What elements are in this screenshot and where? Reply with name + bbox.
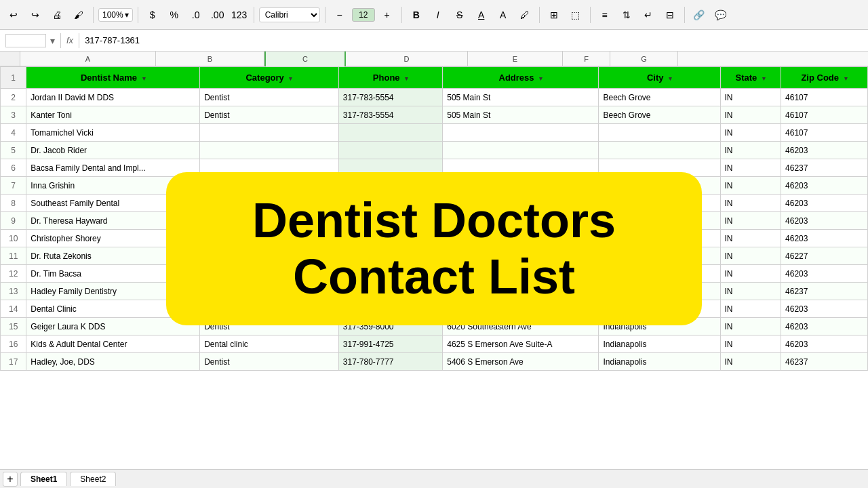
percent-button[interactable]: %	[165, 5, 184, 24]
italic-button[interactable]: I	[429, 5, 448, 24]
merge-button[interactable]: ⬚	[566, 5, 585, 24]
cell-phone[interactable]	[338, 124, 442, 142]
col-header-g[interactable]: G	[610, 52, 678, 66]
cell-zip[interactable]: 46107	[781, 89, 868, 106]
sheet-tab-2[interactable]: Sheet2	[70, 472, 116, 486]
cell-name[interactable]: Bacsa Family Dental and Impl...	[26, 159, 200, 177]
cell-state[interactable]: IN	[720, 142, 781, 159]
cell-zip[interactable]: 46203	[781, 265, 868, 283]
cell-city[interactable]: Beech Grove	[599, 106, 720, 124]
cell-phone[interactable]: 317-780-7777	[338, 353, 442, 371]
cell-category[interactable]: Dental clinic	[200, 336, 339, 353]
cell-state[interactable]: IN	[720, 300, 781, 318]
increase-font-button[interactable]: +	[378, 5, 397, 24]
cell-state[interactable]: IN	[720, 177, 781, 195]
city-filter-icon[interactable]: ▾	[669, 75, 672, 82]
col-header-category[interactable]: Category ▾	[200, 67, 339, 89]
cell-category[interactable]	[200, 124, 339, 142]
col-header-e[interactable]: E	[468, 52, 563, 66]
cell-name[interactable]: Dr. Jacob Rider	[26, 142, 200, 159]
cell-name[interactable]: Kanter Toni	[26, 106, 200, 124]
cell-name[interactable]: Hadley, Joe, DDS	[26, 353, 200, 371]
phone-filter-icon[interactable]: ▾	[405, 75, 408, 82]
cell-zip[interactable]: 46107	[781, 124, 868, 142]
col-header-phone[interactable]: Phone ▾	[338, 67, 442, 89]
number-format-button[interactable]: 123	[230, 5, 249, 24]
formula-input[interactable]: 317-787-1361	[85, 35, 863, 45]
cell-category[interactable]	[200, 142, 339, 159]
comment-button[interactable]: 💬	[711, 5, 730, 24]
decrease-font-button[interactable]: −	[330, 5, 349, 24]
sheet-tab-1[interactable]: Sheet1	[20, 472, 67, 486]
col-header-dentist-name[interactable]: Dentist Name ▾	[26, 67, 200, 89]
strikethrough-button[interactable]: S	[450, 5, 469, 24]
cell-category[interactable]: Dentist	[200, 353, 339, 371]
cell-city[interactable]	[599, 124, 720, 142]
cell-name[interactable]: Kids & Adult Dental Center	[26, 336, 200, 353]
formula-arrow-icon[interactable]: ▾	[50, 35, 55, 46]
cell-zip[interactable]: 46203	[781, 195, 868, 212]
cell-city[interactable]: Indianapolis	[599, 336, 720, 353]
freeze-button[interactable]: ⊟	[660, 5, 679, 24]
zip-filter-icon[interactable]: ▾	[844, 75, 848, 82]
cell-state[interactable]: IN	[720, 195, 781, 212]
cell-zip[interactable]: 46203	[781, 300, 868, 318]
cell-reference-input[interactable]	[5, 34, 46, 47]
cell-address[interactable]: 4625 S Emerson Ave Suite-A	[443, 336, 599, 353]
cell-state[interactable]: IN	[720, 89, 781, 106]
redo-button[interactable]: ↪	[26, 5, 45, 24]
cell-state[interactable]: IN	[720, 159, 781, 177]
state-filter-icon[interactable]: ▾	[762, 75, 766, 82]
cell-zip[interactable]: 46203	[781, 212, 868, 230]
cell-state[interactable]: IN	[720, 265, 781, 283]
borders-button[interactable]: ⊞	[545, 5, 564, 24]
cell-name[interactable]: Jordan II David M DDS	[26, 89, 200, 106]
font-size-input[interactable]: 12	[352, 8, 375, 22]
cell-name[interactable]: Tomamichel Vicki	[26, 124, 200, 142]
cell-zip[interactable]: 46227	[781, 247, 868, 265]
font-selector[interactable]: Calibri	[259, 7, 320, 22]
cell-phone[interactable]: 317-783-5554	[338, 106, 442, 124]
highlight-button[interactable]: 🖊	[515, 5, 534, 24]
cell-city[interactable]	[599, 142, 720, 159]
cell-state[interactable]: IN	[720, 336, 781, 353]
col-header-d[interactable]: D	[346, 52, 468, 66]
cell-phone[interactable]: 317-783-5554	[338, 89, 442, 106]
cell-zip[interactable]: 46203	[781, 177, 868, 195]
currency-button[interactable]: $	[143, 5, 162, 24]
col-header-city[interactable]: City ▾	[599, 67, 720, 89]
wrap-button[interactable]: ↵	[639, 5, 658, 24]
link-button[interactable]: 🔗	[690, 5, 709, 24]
cell-city[interactable]: Indianapolis	[599, 353, 720, 371]
col-header-zip[interactable]: Zip Code ▾	[781, 67, 868, 89]
cell-category[interactable]: Dentist	[200, 89, 339, 106]
cell-state[interactable]: IN	[720, 212, 781, 230]
align-button[interactable]: ≡	[595, 5, 614, 24]
address-filter-icon[interactable]: ▾	[539, 75, 542, 82]
cell-address[interactable]	[443, 124, 599, 142]
cell-phone[interactable]: 317-991-4725	[338, 336, 442, 353]
cell-state[interactable]: IN	[720, 283, 781, 300]
bold-button[interactable]: B	[407, 5, 426, 24]
cell-zip[interactable]: 46237	[781, 283, 868, 300]
cell-address[interactable]: 505 Main St	[443, 89, 599, 106]
cell-city[interactable]: Beech Grove	[599, 89, 720, 106]
cell-zip[interactable]: 46203	[781, 230, 868, 247]
cell-category[interactable]: Dentist	[200, 106, 339, 124]
cell-zip[interactable]: 46203	[781, 318, 868, 336]
valign-button[interactable]: ⇅	[617, 5, 636, 24]
col-header-address[interactable]: Address ▾	[443, 67, 599, 89]
decimal-dec-button[interactable]: .0	[186, 5, 205, 24]
cell-state[interactable]: IN	[720, 230, 781, 247]
col-header-b[interactable]: B	[156, 52, 264, 66]
dentist-name-filter-icon[interactable]: ▾	[142, 75, 146, 82]
cell-zip[interactable]: 46237	[781, 353, 868, 371]
cell-address[interactable]	[443, 142, 599, 159]
col-header-c[interactable]: C	[264, 52, 346, 66]
category-filter-icon[interactable]: ▾	[289, 75, 292, 82]
cell-state[interactable]: IN	[720, 124, 781, 142]
cell-zip[interactable]: 46203	[781, 142, 868, 159]
font-color-button[interactable]: A	[494, 5, 513, 24]
cell-zip[interactable]: 46203	[781, 336, 868, 353]
cell-address[interactable]: 505 Main St	[443, 106, 599, 124]
